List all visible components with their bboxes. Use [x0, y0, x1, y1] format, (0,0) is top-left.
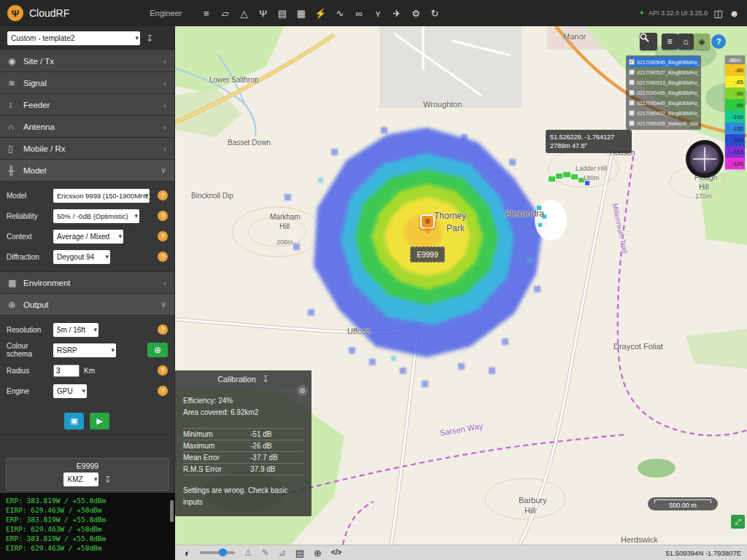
draw-icon[interactable]: ✎: [262, 548, 269, 557]
sidebar-item-site-tx[interactable]: ◉ Site / Tx ‹: [0, 50, 174, 72]
console-line: EIRP: 629.463W / +58dBm: [6, 505, 169, 515]
mast-icon[interactable]: Ψ: [258, 8, 268, 19]
contrast-icon[interactable]: ◐: [185, 548, 190, 558]
database-icon[interactable]: ▤: [276, 8, 287, 19]
calibration-gear-button[interactable]: ⚙: [297, 385, 308, 396]
fullscreen-button[interactable]: ⤢: [731, 515, 745, 529]
place-label: Ladder Hill: [576, 165, 607, 172]
link-icon[interactable]: ∞: [354, 8, 365, 19]
layer-row[interactable]: 0217090527_Blog806MHz_COST723: [627, 67, 700, 77]
place-label: Alexandra: [505, 209, 544, 219]
sidebar-item-model[interactable]: ╫ Model ∨: [0, 160, 174, 182]
console-scrollbar[interactable]: [170, 500, 174, 522]
layer-checkbox[interactable]: [629, 69, 635, 75]
layer-row[interactable]: 0217090445_Blog806MHz_ITM: [627, 98, 700, 108]
export-name: E9999: [7, 462, 169, 470]
opacity-slider[interactable]: [200, 551, 235, 554]
path-profile-icon[interactable]: ∿: [335, 8, 346, 19]
home-button[interactable]: ⌂: [678, 34, 694, 50]
console-line: ERP: 383.819W / +55.8dBm: [6, 534, 169, 543]
search-button[interactable]: [640, 33, 657, 50]
console-log[interactable]: ERP: 383.819W / +55.8dBm EIRP: 629.463W …: [0, 493, 175, 560]
layer-checkbox[interactable]: [629, 110, 635, 116]
radius-input[interactable]: [53, 365, 80, 377]
stat-value: -26 dB: [250, 440, 271, 452]
model-select[interactable]: Ericsson 9999 (150-1900MHz): [53, 189, 150, 203]
list-button[interactable]: ≡: [662, 34, 678, 50]
account-icon[interactable]: ☻: [729, 8, 740, 19]
template-download-icon[interactable]: ↧: [146, 34, 153, 44]
help-icon[interactable]: ?: [158, 252, 168, 262]
place-label: Lower Salthrop: [209, 76, 258, 84]
legend-entry: -80: [725, 64, 745, 76]
transmitter-label[interactable]: E9999: [410, 246, 445, 262]
reliability-select[interactable]: 50% / -0dB (Optimistic): [53, 209, 139, 223]
context-select[interactable]: Average / Mixed: [53, 230, 123, 244]
layer-checkbox[interactable]: [629, 120, 635, 126]
super-layer-icon[interactable]: ▦: [295, 8, 306, 19]
template-select[interactable]: Custom - template2: [7, 31, 140, 45]
tower-icon[interactable]: △: [239, 8, 249, 19]
legend-entry: -90: [725, 88, 745, 99]
slider-knob[interactable]: [219, 548, 227, 556]
sidebar-item-antenna[interactable]: ∩ Antenna ‹: [0, 116, 174, 138]
layer-row[interactable]: ✓0217090545_Blog806MHz_E9999: [627, 57, 700, 67]
resolution-select[interactable]: 5m / 16ft: [53, 323, 98, 337]
cloudrf-logo-icon[interactable]: Ψ: [7, 5, 23, 21]
stat-label: Maximum: [183, 440, 250, 452]
run-calculation-button[interactable]: ▶: [90, 413, 109, 429]
tooltip-coords: 51.526229, -1.764127: [550, 133, 627, 141]
transmitter-marker[interactable]: [420, 214, 435, 229]
topbar-menu: ≡ ▱ △ Ψ ▤ ▦ ⚡ ∿ ∞ ʏ ✈ ⚙ ↻: [201, 8, 440, 19]
brand-title: CloudRF: [29, 7, 69, 19]
layer-checkbox[interactable]: ✓: [629, 59, 635, 65]
export-download-icon[interactable]: ↧: [104, 475, 111, 485]
compass-control[interactable]: [686, 140, 724, 178]
stat-label: Minimum: [183, 429, 250, 440]
layer-checkbox[interactable]: [629, 79, 635, 85]
save-button[interactable]: ▣: [64, 413, 84, 429]
api-send-icon[interactable]: ✈: [392, 8, 403, 19]
calibration-download-icon[interactable]: ↧: [262, 374, 269, 384]
help-icon[interactable]: ?: [158, 324, 168, 335]
help-icon[interactable]: ?: [158, 231, 168, 241]
sidebar-item-signal[interactable]: ≋ Signal ‹: [0, 72, 174, 94]
layer-row[interactable]: 0217090513_Blog806MHz_OKHATA: [627, 77, 700, 88]
sidebar-item-mobile-rx[interactable]: ▯ Mobile / Rx ‹: [0, 138, 174, 160]
sidebar-item-feeder[interactable]: ↕ Feeder ‹: [0, 94, 174, 116]
layers-button[interactable]: ◈: [694, 34, 710, 50]
layer-checkbox[interactable]: [629, 90, 635, 96]
interference-icon[interactable]: ⚡: [314, 8, 326, 19]
layer-row[interactable]: 0217090455_Blog806MHz_P1812: [627, 88, 700, 98]
layer-row[interactable]: 0217090422_Blog806MHz_GP: [627, 108, 700, 118]
diffraction-select[interactable]: Deygout 94: [53, 250, 110, 264]
globe-3d-icon[interactable]: ⊕: [314, 548, 322, 558]
map-help-button[interactable]: ?: [711, 34, 726, 49]
sidebar-item-output[interactable]: ⊕ Output ∨: [0, 294, 174, 316]
polygon-icon[interactable]: ⊿: [279, 548, 286, 557]
measure-icon[interactable]: ▱: [220, 8, 231, 19]
warning-icon[interactable]: ⚠: [244, 548, 252, 557]
colour-schema-select[interactable]: RSRP: [53, 343, 116, 357]
context-select-value: Average / Mixed: [57, 233, 109, 241]
help-icon[interactable]: ?: [158, 211, 168, 221]
colour-key-button[interactable]: ⊕: [147, 343, 168, 357]
engine-select[interactable]: GPU: [53, 384, 87, 398]
export-format-select[interactable]: KMZ: [63, 472, 98, 486]
code-icon[interactable]: </>: [331, 549, 341, 556]
menu-icon[interactable]: ≡: [201, 8, 212, 19]
map-canvas[interactable]: Manor Lower Salthrop Wroughton Basset Do…: [175, 26, 747, 545]
manual-book-icon[interactable]: ◫: [713, 8, 724, 19]
topbar: Ψ CloudRF Engineer ≡ ▱ △ Ψ ▤ ▦ ⚡ ∿ ∞ ʏ ✈…: [0, 0, 747, 26]
refresh-icon[interactable]: ↻: [430, 8, 441, 19]
help-icon[interactable]: ?: [158, 365, 168, 376]
route-icon[interactable]: ʏ: [373, 8, 384, 19]
settings-icon[interactable]: ⚙: [411, 8, 422, 19]
export-document-icon[interactable]: ▤: [295, 548, 304, 558]
help-icon[interactable]: ?: [158, 190, 168, 201]
sidebar-item-environment[interactable]: ▦ Environment ‹: [0, 272, 174, 294]
layer-checkbox[interactable]: [629, 100, 635, 106]
help-icon[interactable]: ?: [158, 386, 168, 396]
layer-row[interactable]: 0217090305_Network_Site: [627, 118, 700, 128]
layer-name: 0217090305_Network_Site: [637, 121, 698, 126]
